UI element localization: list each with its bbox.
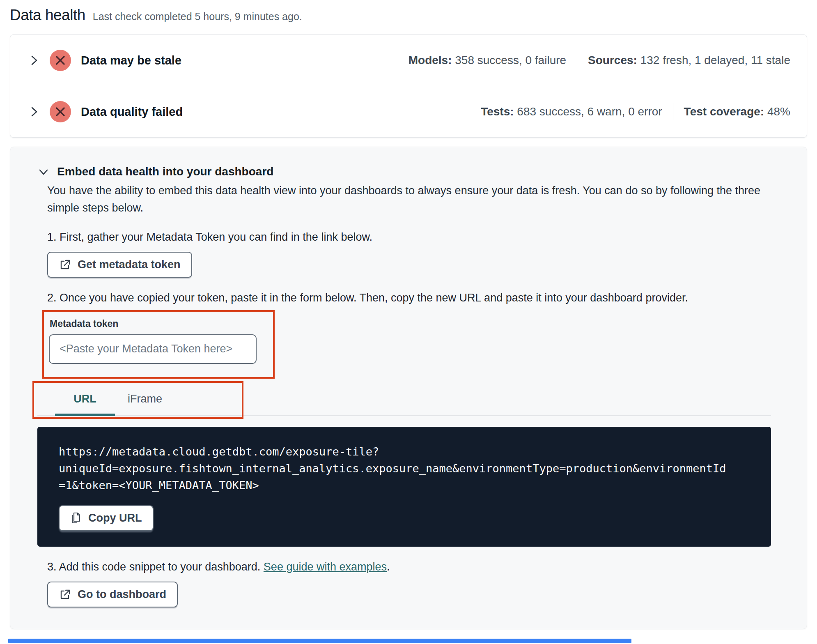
status-row-quality[interactable]: Data quality failed Tests: 683 success, … (10, 86, 807, 137)
test-coverage-stat: Test coverage: 48% (684, 105, 790, 118)
metadata-token-input[interactable] (49, 334, 257, 364)
chevron-right-icon[interactable] (27, 53, 41, 68)
models-stat-label: Models: (408, 54, 452, 67)
step-3-suffix: . (387, 561, 390, 573)
sources-stat-label: Sources: (588, 54, 637, 67)
x-circle-icon (50, 50, 71, 71)
go-to-dashboard-label: Go to dashboard (78, 588, 166, 601)
models-stat-value: 358 success, 0 failure (455, 54, 566, 67)
sources-stat: Sources: 132 fresh, 1 delayed, 11 stale (588, 54, 790, 67)
get-metadata-token-label: Get metadata token (78, 258, 181, 271)
embed-url-line: https://metadata.cloud.getdbt.com/exposu… (59, 443, 750, 460)
copy-url-label: Copy URL (88, 512, 142, 524)
go-to-dashboard-button[interactable]: Go to dashboard (47, 582, 178, 607)
status-row-title: Data may be stale (81, 54, 181, 67)
token-annotation-box: Metadata token (42, 310, 275, 379)
step-1-text: 1. First, gather your Metadata Token you… (47, 231, 780, 244)
step-3-text: 3. Add this code snippet to your dashboa… (47, 561, 780, 573)
embed-heading: Embed data health into your dashboard (57, 165, 273, 178)
test-coverage-stat-label: Test coverage: (684, 105, 764, 118)
embed-description: You have the ability to embed this data … (47, 182, 774, 217)
status-row-stats: Tests: 683 success, 6 warn, 0 error Test… (481, 103, 790, 120)
bottom-blue-bar (8, 639, 631, 643)
status-row-stats: Models: 358 success, 0 failure Sources: … (408, 52, 790, 69)
tab-url[interactable]: URL (55, 393, 115, 415)
sources-stat-value: 132 fresh, 1 delayed, 11 stale (640, 54, 790, 67)
tests-stat: Tests: 683 success, 6 warn, 0 error (481, 105, 662, 118)
embed-heading-row[interactable]: Embed data health into your dashboard (37, 165, 780, 178)
models-stat: Models: 358 success, 0 failure (408, 54, 566, 67)
get-metadata-token-button[interactable]: Get metadata token (47, 252, 192, 278)
tabbar: URL iFrame (37, 383, 771, 416)
status-card: Data may be stale Models: 358 success, 0… (10, 34, 807, 138)
tests-stat-value: 683 success, 6 warn, 0 error (517, 105, 662, 118)
external-link-icon (59, 258, 71, 271)
x-circle-icon (50, 101, 71, 122)
step-2-text: 2. Once you have copied your token, past… (47, 292, 780, 304)
page-title: Data health (10, 7, 85, 24)
stat-divider (673, 103, 673, 120)
status-row-title: Data quality failed (81, 105, 183, 119)
page-header: Data health Last check completed 5 hours… (0, 0, 817, 32)
output-tabs: URL iFrame (37, 383, 780, 416)
step-3-prefix: 3. Add this code snippet to your dashboa… (47, 561, 264, 573)
stat-divider (577, 52, 577, 69)
tests-stat-label: Tests: (481, 105, 514, 118)
chevron-down-icon[interactable] (37, 166, 50, 178)
last-check-status: Last check completed 5 hours, 9 minutes … (93, 11, 302, 23)
status-row-stale[interactable]: Data may be stale Models: 358 success, 0… (10, 35, 807, 86)
copy-icon (70, 512, 82, 524)
embed-url-code-block: https://metadata.cloud.getdbt.com/exposu… (37, 427, 771, 547)
embed-url-line: =1&token=<YOUR_METADATA_TOKEN> (59, 477, 750, 494)
see-guide-link[interactable]: See guide with examples (264, 561, 387, 573)
external-link-icon (59, 588, 71, 600)
copy-url-button[interactable]: Copy URL (59, 505, 154, 531)
tab-iframe[interactable]: iFrame (115, 393, 175, 415)
chevron-right-icon[interactable] (27, 104, 41, 119)
embed-url-line: uniqueId=exposure.fishtown_internal_anal… (59, 460, 750, 477)
test-coverage-stat-value: 48% (767, 105, 790, 118)
embed-section: Embed data health into your dashboard Yo… (10, 147, 807, 629)
metadata-token-label: Metadata token (50, 318, 266, 329)
